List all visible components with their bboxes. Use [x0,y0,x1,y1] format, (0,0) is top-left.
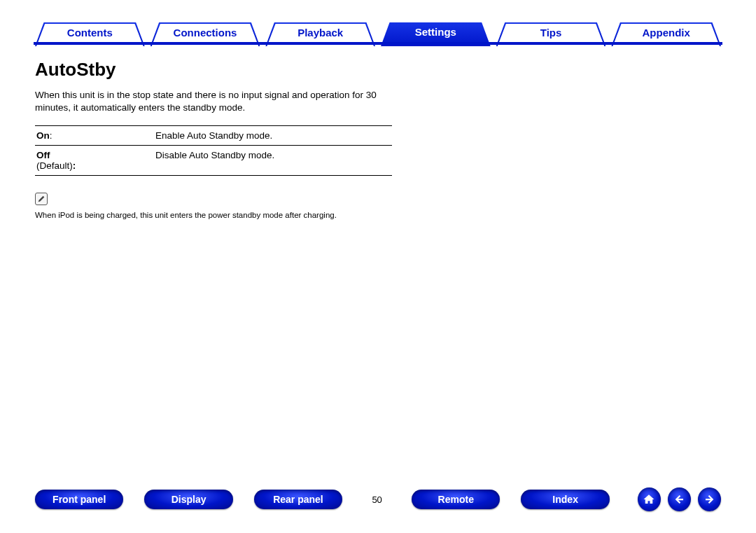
index-button[interactable]: Index [521,490,609,509]
page-number: 50 [363,494,391,505]
page-description: When this unit is in the stop state and … [35,89,392,114]
option-key: On: [35,126,154,146]
pencil-icon [35,193,48,205]
bottom-bar: Front panel Display Rear panel 50 Remote… [35,488,721,511]
display-button[interactable]: Display [144,490,232,509]
home-icon[interactable] [638,487,661,511]
table-row: On: Enable Auto Standby mode. [35,126,392,146]
option-value: Enable Auto Standby mode. [154,126,392,146]
option-default-label: (Default): [36,160,76,171]
tab-label: Settings [415,26,456,38]
page-title: AutoStby [35,59,392,81]
option-name: Off [36,150,50,160]
front-panel-button[interactable]: Front panel [35,490,123,509]
note-text: When iPod is being charged, this unit en… [35,211,392,219]
content-area: AutoStby When this unit is in the stop s… [35,59,392,219]
option-suffix: : [50,130,52,141]
tab-baseline [34,42,722,45]
option-value: Disable Auto Standby mode. [154,146,392,176]
arrow-left-icon[interactable] [668,487,691,511]
remote-button[interactable]: Remote [412,490,500,509]
table-row: Off (Default): Disable Auto Standby mode… [35,146,392,176]
rear-panel-button[interactable]: Rear panel [254,490,342,509]
option-key: Off (Default): [35,146,154,176]
option-name: On [36,130,50,141]
options-table: On: Enable Auto Standby mode. Off (Defau… [35,125,392,176]
arrow-right-icon[interactable] [698,487,721,511]
